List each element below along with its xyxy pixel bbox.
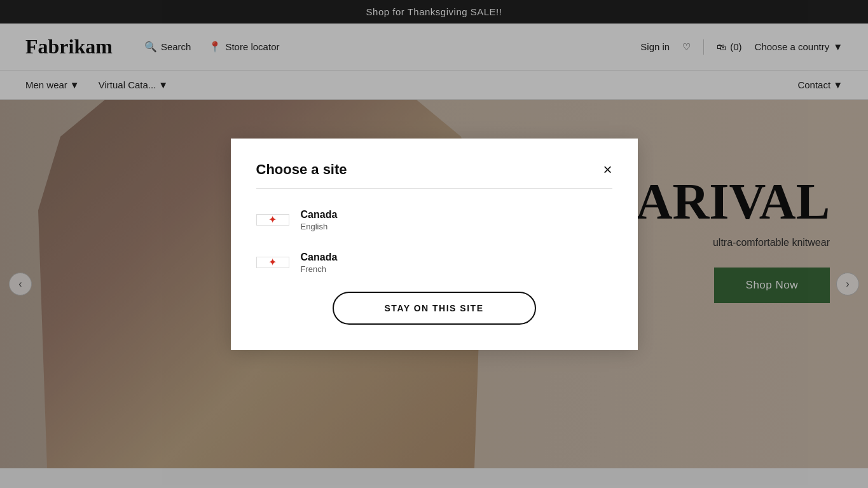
modal-close-button[interactable]: × [603, 162, 612, 177]
maple-leaf-icon: ✦ [268, 257, 277, 268]
maple-leaf-icon: ✦ [268, 215, 277, 225]
site-country: Canada [301, 209, 338, 220]
site-language: French [301, 264, 338, 274]
site-option-canada-english[interactable]: ✦ Canada English [256, 207, 612, 234]
stay-on-site-button[interactable]: STAY ON THIS SITE [333, 292, 536, 325]
site-option-canada-french[interactable]: ✦ Canada French [256, 249, 612, 276]
modal-header: Choose a site × [256, 161, 612, 178]
site-country: Canada [301, 252, 338, 263]
modal-title: Choose a site [256, 161, 347, 178]
site-info-canada-french: Canada French [301, 252, 338, 274]
choose-site-modal: Choose a site × ✦ Canada English [231, 139, 638, 350]
canada-flag-english: ✦ [256, 214, 289, 226]
site-info-canada-english: Canada English [301, 209, 338, 231]
canada-flag-french: ✦ [256, 257, 289, 268]
modal-divider [256, 188, 612, 189]
site-language: English [301, 222, 338, 231]
modal-overlay[interactable]: Choose a site × ✦ Canada English [0, 0, 868, 488]
